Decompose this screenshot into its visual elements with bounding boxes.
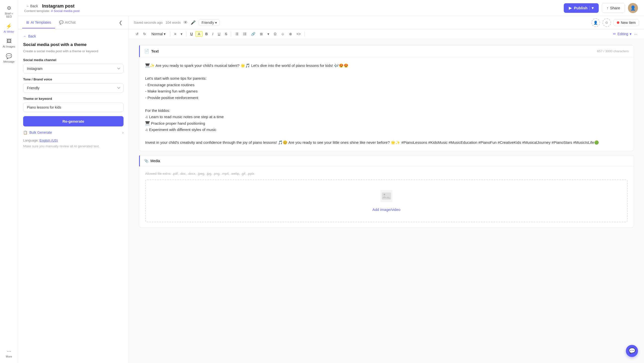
svg-point-11	[243, 35, 244, 35]
publish-dropdown-button[interactable]: ▾	[589, 6, 594, 10]
underline-btn2[interactable]: U	[216, 31, 222, 37]
icon-sidebar: ⚙ Brief + SEO ⚡ AI Writer 🖼 AI Images 💬 …	[0, 0, 18, 363]
code-button[interactable]: <>	[295, 31, 302, 37]
share-icon: ↑	[607, 6, 609, 10]
microphone-icon[interactable]: 🎤	[191, 20, 196, 25]
text-section-body[interactable]: 🎹✨ Are you ready to spark your child's m…	[139, 57, 634, 151]
sidebar-item-brief[interactable]: ⚙ Brief + SEO	[2, 3, 17, 20]
more-options-button[interactable]: ···	[632, 31, 639, 37]
tone-selector[interactable]: Friendly ▾	[199, 19, 220, 26]
bold-button[interactable]: B	[204, 31, 210, 37]
post-content[interactable]: 🎹✨ Are you ready to spark your child's m…	[145, 62, 628, 146]
tone-select[interactable]: Friendly Professional Casual Formal	[23, 83, 124, 93]
header-left: ← Back Instagram post Content template: …	[24, 3, 79, 13]
sidebar-item-label: Brief + SEO	[3, 12, 16, 18]
svg-point-14	[384, 194, 385, 195]
share-button[interactable]: ↑ Share	[602, 3, 625, 13]
publish-icon: ▶	[569, 6, 572, 10]
table-dropdown-button[interactable]: ▾	[266, 31, 271, 37]
add-media-link[interactable]: Add image/video	[372, 207, 400, 212]
lightning-icon: ⚡	[6, 23, 12, 29]
chat-bubble-button[interactable]: 💬	[626, 345, 638, 357]
redo-button[interactable]: ↻	[141, 31, 148, 37]
undo-button[interactable]: ↺	[134, 31, 140, 37]
text-section-title: Text	[151, 49, 159, 53]
person-icon: 👤	[593, 21, 598, 25]
media-section: 📎 Media Allowed file extns: .pdf, .doc, …	[139, 155, 634, 228]
sidebar-item-label: AI Images	[3, 45, 15, 48]
template-panel-header: ⊞ AI Templates 💬 AIChat ❮	[18, 16, 129, 29]
upload-area[interactable]: Add image/video	[145, 179, 628, 222]
header-right: ▶ Publish ▾ ↑ Share 👤	[564, 3, 638, 13]
back-button[interactable]: ← Back	[24, 3, 40, 9]
regenerate-button[interactable]: Re-generate	[23, 116, 124, 126]
chevron-down-icon: ▾	[215, 21, 217, 25]
upload-image-icon	[380, 190, 392, 204]
toolbar-divider-4	[304, 31, 305, 36]
sidebar-item-message[interactable]: 💬 Message	[2, 51, 17, 65]
page-title: Instagram post	[42, 4, 74, 9]
toolbar-divider-2	[186, 31, 186, 36]
sidebar-item-label: Message	[3, 60, 15, 63]
table-button[interactable]: ⊞	[258, 31, 265, 37]
sidebar-item-ai-images[interactable]: 🖼 AI Images	[2, 36, 17, 50]
gear-small-icon: ⚙	[605, 21, 608, 25]
editing-chevron-icon: ▾	[630, 32, 631, 36]
channel-select[interactable]: Instagram Facebook Twitter LinkedIn	[23, 64, 124, 73]
theme-label: Theme or keyword	[23, 97, 124, 101]
bulk-generate[interactable]: 📋 Bulk Generate ›	[23, 130, 124, 134]
save-status: Saved seconds ago	[134, 21, 163, 24]
highlight-button[interactable]: A	[195, 31, 202, 37]
tab-ai-templates[interactable]: ⊞ AI Templates	[22, 17, 55, 28]
format-normal-button[interactable]: Normal ▾	[149, 31, 168, 37]
add-collaborator-button[interactable]: 👤	[591, 18, 600, 27]
sidebar-item-ai-writer[interactable]: ⚡ AI Writer	[2, 21, 17, 35]
underline-button[interactable]: U	[188, 31, 194, 37]
link-button[interactable]: 🔗	[249, 31, 257, 37]
more-icon: ···	[7, 348, 11, 354]
ai-chat-icon: 💬	[59, 20, 63, 24]
strikethrough-button[interactable]: S	[223, 31, 229, 37]
editor-toolbar-top: Saved seconds ago 104 words 👁 🎤 Friendly…	[129, 16, 644, 29]
template-panel-body: ← Back Social media post with a theme Cr…	[18, 29, 129, 363]
media-section-title: Media	[150, 159, 160, 163]
theme-input[interactable]	[23, 103, 124, 112]
sidebar-item-more[interactable]: ··· More	[2, 346, 17, 360]
align-button[interactable]: ≡	[172, 31, 178, 37]
emoji-button[interactable]: ☺	[279, 31, 286, 37]
settings-button[interactable]: ⚙	[602, 18, 611, 27]
special-char-button[interactable]: Ω	[272, 31, 278, 37]
format-toolbar: ↺ ↻ Normal ▾ ≡ ▾ U A B I U S 123	[129, 29, 644, 39]
bulk-generate-icon: 📋	[23, 130, 27, 134]
media-section-header: 📎 Media	[139, 155, 634, 167]
text-section: 📄 Text 657 / 3000 characters 🎹✨ Are you …	[139, 45, 634, 151]
content-area: ⊞ AI Templates 💬 AIChat ❮ ← Back Social …	[18, 16, 644, 363]
unordered-list-button[interactable]	[241, 31, 248, 37]
chevron-down-icon: ▾	[592, 6, 594, 10]
eye-icon[interactable]: 👁	[184, 20, 188, 25]
align-dropdown-button[interactable]: ▾	[179, 31, 184, 37]
avatar[interactable]: 👤	[628, 3, 638, 13]
file-types-note: Allowed file extns: .pdf, .doc, .docx, .…	[145, 172, 628, 175]
tab-ai-chat[interactable]: 💬 AIChat	[55, 17, 80, 28]
language-link[interactable]: English (US)	[39, 139, 58, 142]
template-panel: ⊞ AI Templates 💬 AIChat ❮ ← Back Social …	[18, 16, 129, 363]
bulk-generate-arrow-icon: ›	[122, 130, 124, 134]
publish-button[interactable]: ▶ Publish ▾	[564, 3, 599, 13]
media-section-icon: 📎	[144, 159, 148, 163]
sidebar-item-label: More	[6, 355, 12, 358]
svg-point-10	[243, 34, 244, 34]
italic-button[interactable]: I	[211, 31, 215, 37]
new-item-button[interactable]: New Item	[614, 19, 639, 26]
status-dot	[617, 21, 619, 24]
back-link[interactable]: ← Back	[23, 34, 124, 38]
text-section-header: 📄 Text 657 / 3000 characters	[139, 45, 634, 57]
svg-rect-13	[382, 193, 391, 200]
collapse-panel-button[interactable]: ❮	[117, 19, 125, 26]
edit-pencil-icon: ✏	[613, 32, 616, 36]
top-header: ← Back Instagram post Content template: …	[18, 0, 644, 16]
template-link[interactable]: # Social media post	[51, 9, 79, 13]
ordered-list-button[interactable]: 123	[233, 31, 240, 37]
editing-mode-selector[interactable]: ✏ Editing ▾	[613, 32, 632, 36]
insert-button[interactable]: ⊕	[287, 31, 294, 37]
